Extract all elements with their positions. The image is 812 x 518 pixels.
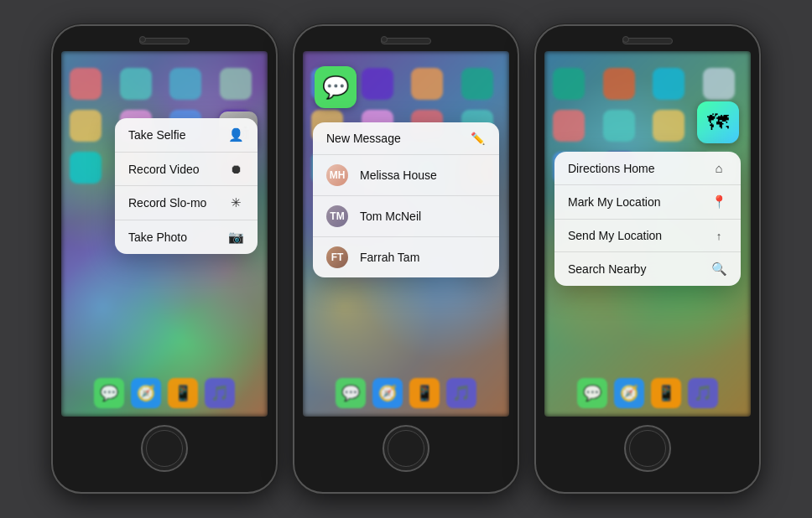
- screen-1: 📷 Take Selfie 👤 Record Video ⏺ Record Sl…: [61, 51, 268, 417]
- dock-icon-3-safari: 🧭: [614, 378, 644, 408]
- dock-icon-messages: 💬: [94, 378, 124, 408]
- compose-icon: ✏️: [469, 132, 486, 145]
- speaker-3: [622, 38, 673, 44]
- grid-icon-grid1-0: [70, 68, 102, 100]
- front-camera-1: [139, 36, 146, 43]
- mark-location-label: Mark My Location: [568, 195, 660, 209]
- screen-3: 🗺 Directions Home ⌂ Mark My Location 📍 S…: [544, 51, 751, 417]
- dock-icon-3-app3: 📱: [651, 378, 681, 408]
- tom-avatar: TM: [326, 205, 348, 227]
- send-location-item[interactable]: Send My Location ↑: [554, 220, 741, 252]
- phone-1-camera: 📷 Take Selfie 👤 Record Video ⏺ Record Sl…: [51, 24, 278, 494]
- home-button-3[interactable]: [624, 425, 671, 472]
- search-icon: 🔍: [710, 262, 727, 277]
- grid-icon-grid3-2: [653, 68, 684, 100]
- dock-icon-3-messages: 💬: [577, 378, 607, 408]
- mark-location-item[interactable]: Mark My Location 📍: [554, 185, 741, 220]
- dock-icon-app4: 🎵: [205, 378, 235, 408]
- dock-icon-app3: 📱: [168, 378, 198, 408]
- dock-icon-2-safari: 🧭: [372, 378, 403, 408]
- slomo-icon: ✳: [227, 195, 244, 210]
- grid-icon-grid1-8: [70, 152, 102, 184]
- maps-app-icon[interactable]: 🗺: [697, 101, 739, 143]
- take-photo-label: Take Photo: [128, 231, 187, 244]
- camera-context-menu: Take Selfie 👤 Record Video ⏺ Record Slo-…: [115, 118, 258, 254]
- grid-icon-grid3-4: [553, 110, 585, 142]
- phone-3-maps: 🗺 Directions Home ⌂ Mark My Location 📍 S…: [534, 24, 761, 494]
- search-nearby-item[interactable]: Search Nearby 🔍: [554, 252, 741, 286]
- dock-2: 💬 🧭 📱 🎵: [311, 378, 501, 408]
- photo-icon: 📷: [227, 230, 244, 245]
- grid-icon-grid3-5: [603, 110, 635, 142]
- grid-icon-grid1-3: [220, 68, 252, 100]
- grid-icon-grid3-1: [603, 68, 635, 100]
- new-message-item[interactable]: New Message ✏️: [313, 122, 499, 155]
- tom-mcneil-item[interactable]: TM Tom McNeil: [313, 196, 499, 237]
- pin-icon: 📍: [710, 194, 727, 210]
- tom-mcneil-label: Tom McNeil: [360, 210, 486, 223]
- record-slomo-label: Record Slo-mo: [128, 196, 206, 210]
- send-location-label: Send My Location: [568, 229, 662, 242]
- messages-app-icon[interactable]: 💬: [315, 66, 357, 108]
- directions-home-label: Directions Home: [568, 162, 654, 175]
- selfie-icon: 👤: [227, 127, 244, 142]
- grid-icon-grid2-1: [362, 68, 393, 100]
- home-button-2[interactable]: [383, 425, 429, 472]
- share-icon: ↑: [710, 230, 727, 242]
- new-message-label: New Message: [326, 132, 401, 145]
- dock-icon-safari: 🧭: [131, 378, 161, 408]
- messages-context-menu: New Message ✏️ MH Melissa House TM Tom M…: [313, 122, 499, 277]
- record-video-item[interactable]: Record Video ⏺: [115, 153, 258, 186]
- dock-icon-2-app3: 📱: [409, 378, 440, 408]
- grid-icon-grid3-0: [553, 68, 585, 100]
- record-video-label: Record Video: [128, 163, 200, 176]
- front-camera-2: [381, 36, 388, 43]
- melissa-house-label: Melissa House: [360, 168, 486, 182]
- screen-2: 💬 New Message ✏️ MH Melissa House TM Tom…: [303, 51, 509, 417]
- record-slomo-item[interactable]: Record Slo-mo ✳: [115, 186, 258, 220]
- home-button-inner-2: [388, 430, 424, 467]
- home-icon: ⌂: [710, 161, 727, 175]
- grid-icon-grid1-1: [120, 68, 152, 100]
- grid-icon-grid1-2: [169, 68, 201, 100]
- grid-icon-grid1-4: [70, 110, 102, 142]
- home-button-1[interactable]: [141, 425, 188, 472]
- farrah-tam-label: Farrah Tam: [360, 251, 486, 264]
- take-photo-item[interactable]: Take Photo 📷: [115, 220, 258, 254]
- grid-icon-grid2-2: [411, 68, 443, 100]
- maps-context-menu: Directions Home ⌂ Mark My Location 📍 Sen…: [554, 152, 741, 286]
- dock-1: 💬 🧭 📱 🎵: [70, 378, 259, 408]
- speaker-1: [139, 38, 190, 44]
- farrah-tam-item[interactable]: FT Farrah Tam: [313, 237, 499, 277]
- directions-home-item[interactable]: Directions Home ⌂: [554, 152, 741, 185]
- home-button-inner-3: [629, 430, 666, 467]
- search-nearby-label: Search Nearby: [568, 262, 646, 276]
- grid-icon-grid3-3: [703, 68, 735, 100]
- dock-3: 💬 🧭 📱 🎵: [553, 378, 742, 408]
- take-selfie-item[interactable]: Take Selfie 👤: [115, 118, 258, 153]
- home-button-inner-1: [146, 430, 183, 467]
- grid-icon-grid2-3: [461, 68, 493, 100]
- dock-icon-3-app4: 🎵: [688, 378, 718, 408]
- dock-icon-2-messages: 💬: [336, 378, 366, 408]
- take-selfie-label: Take Selfie: [128, 128, 185, 142]
- dock-icon-2-app4: 🎵: [446, 378, 476, 408]
- speaker-2: [381, 38, 431, 44]
- phone-2-messages: 💬 New Message ✏️ MH Melissa House TM Tom…: [293, 24, 519, 494]
- video-icon: ⏺: [227, 162, 244, 176]
- front-camera-3: [622, 36, 629, 43]
- farrah-avatar: FT: [326, 246, 348, 268]
- melissa-avatar: MH: [326, 164, 348, 186]
- grid-icon-grid3-6: [653, 110, 684, 142]
- melissa-house-item[interactable]: MH Melissa House: [313, 155, 499, 196]
